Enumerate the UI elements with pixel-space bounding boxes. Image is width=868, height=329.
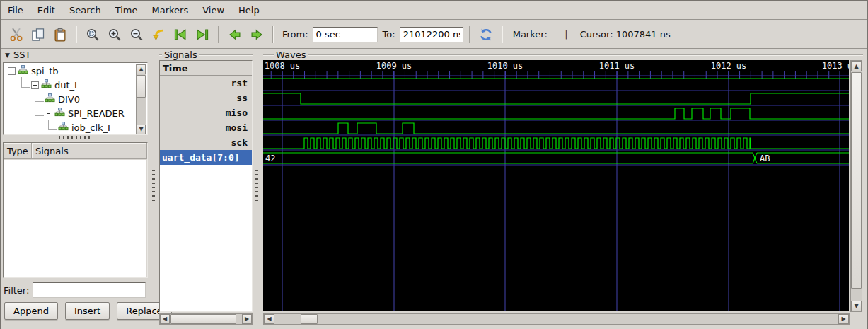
- signal-search-results[interactable]: [4, 160, 146, 277]
- tree-item-div0[interactable]: DIV0: [4, 92, 135, 106]
- column-header-signals[interactable]: Signals: [32, 143, 147, 159]
- scroll-down-button[interactable]: ▼: [137, 125, 146, 134]
- tree-scrollbar[interactable]: ▲ ▼: [136, 64, 146, 135]
- tree-connector: [21, 77, 30, 88]
- timeline-label: 1011 us: [599, 61, 635, 71]
- menu-bar: FileEditSearchTimeMarkersViewHelp: [1, 1, 867, 20]
- zoom-out-icon: [129, 28, 144, 42]
- tree-table-splitter[interactable]: [1, 136, 149, 139]
- menu-item-markers[interactable]: Markers: [144, 2, 195, 18]
- toolbar-separator: [272, 26, 274, 43]
- paste-button[interactable]: [50, 25, 70, 45]
- bottom-strip: [1, 325, 867, 329]
- scrollbar-thumb[interactable]: [301, 314, 318, 324]
- scroll-up-button[interactable]: ▲: [851, 61, 862, 71]
- copy-icon: [31, 28, 45, 42]
- tree-item-dut_i[interactable]: dut_I: [4, 78, 135, 92]
- signal-row-uart-data-7-0-[interactable]: uart_data[7:0]: [160, 150, 252, 165]
- to-label: To:: [383, 29, 395, 40]
- toolbar-separator: [76, 26, 77, 43]
- signal-row-sck[interactable]: sck: [160, 135, 252, 150]
- waves-panel-title: Waves: [274, 50, 308, 60]
- discard-left-button[interactable]: [225, 25, 245, 45]
- zoom-out-button[interactable]: [127, 25, 146, 45]
- menu-item-search[interactable]: Search: [62, 2, 108, 18]
- waves-hscrollbar[interactable]: ◀ ▶: [263, 313, 850, 325]
- to-input[interactable]: [400, 27, 463, 42]
- pane-splitter-left[interactable]: [149, 49, 158, 323]
- menu-item-help[interactable]: Help: [231, 2, 267, 18]
- collapse-expander-icon[interactable]: [45, 110, 52, 117]
- tree-item-iob_clk_i[interactable]: iob_clk_I: [4, 120, 135, 134]
- scroll-right-button[interactable]: ▶: [242, 314, 252, 324]
- sst-expander-header[interactable]: ▼ SST: [5, 50, 30, 60]
- scroll-right-button[interactable]: ▶: [838, 314, 849, 324]
- signal-row-ss[interactable]: ss: [160, 91, 252, 105]
- fetch-left-icon: [173, 28, 187, 42]
- filter-input[interactable]: [33, 282, 146, 298]
- tree-connector: [48, 120, 57, 130]
- cursor-status: Cursor: 1007841 ns: [580, 29, 671, 40]
- zoom-fit-button[interactable]: [83, 25, 103, 45]
- zoom-in-button[interactable]: [105, 25, 125, 45]
- cut-button[interactable]: [6, 25, 26, 45]
- discard-right-button[interactable]: [247, 25, 267, 45]
- tree-connector: [35, 105, 44, 116]
- toolbar-separator: [502, 26, 503, 43]
- scroll-left-button[interactable]: ◀: [160, 314, 170, 324]
- waves-canvas[interactable]: 1008 us1009 us1010 us1011 us1012 us1013 …: [263, 60, 849, 313]
- waves-vscrollbar[interactable]: ▲ ▼: [850, 60, 862, 312]
- waves-plot[interactable]: 1008 us1009 us1010 us1011 us1012 us1013 …: [263, 60, 849, 311]
- insert-button[interactable]: Insert: [65, 302, 110, 320]
- pane-splitter-right[interactable]: [253, 49, 261, 323]
- copy-button[interactable]: [28, 25, 48, 45]
- signals-time-header[interactable]: Time: [160, 61, 252, 76]
- collapse-expander-icon[interactable]: [8, 67, 16, 75]
- shift-undo-button[interactable]: [149, 25, 168, 45]
- main-area: ▼ SST spi_tbdut_IDIV0SPI_READERiob_clk_I…: [1, 49, 867, 325]
- scrollbar-thumb[interactable]: [170, 314, 236, 324]
- column-header-type[interactable]: Type: [4, 143, 32, 159]
- sst-title: SST: [13, 50, 30, 60]
- cut-icon: [9, 28, 23, 42]
- signal-row-rst[interactable]: rst: [160, 76, 252, 91]
- toolbar-separator: [218, 26, 219, 43]
- scroll-down-button[interactable]: ▼: [851, 301, 862, 311]
- menu-item-file[interactable]: File: [1, 2, 30, 18]
- marker-status: Marker: --: [513, 29, 557, 40]
- from-input[interactable]: [313, 27, 378, 42]
- collapse-expander-icon[interactable]: [31, 81, 39, 89]
- tree-item-spi_reader[interactable]: SPI_READER: [4, 106, 135, 120]
- tree-item-label: spi_tb: [31, 66, 59, 76]
- reload-button[interactable]: [476, 25, 496, 45]
- timeline-label: 1010 us: [487, 61, 523, 71]
- bus-value-label: AB: [760, 154, 770, 163]
- gtkwave-window: FileEditSearchTimeMarkersViewHelp From: …: [0, 0, 868, 329]
- signals-hscrollbar[interactable]: ◀ ▶: [159, 313, 253, 325]
- tree-connector: [35, 91, 44, 102]
- hierarchy-node-icon: [41, 79, 52, 88]
- fetch-right-button[interactable]: [192, 25, 212, 45]
- signal-row-mosi[interactable]: mosi: [160, 120, 252, 135]
- menu-item-edit[interactable]: Edit: [30, 2, 62, 18]
- append-button[interactable]: Append: [4, 302, 58, 320]
- scrollbar-thumb[interactable]: [851, 72, 862, 289]
- signal-row-miso[interactable]: miso: [160, 105, 252, 120]
- menu-item-view[interactable]: View: [195, 2, 231, 18]
- signals-panel-title: Signals: [162, 50, 199, 60]
- toolbar: From: To: Marker: -- | Cursor: 1007841 n…: [1, 21, 867, 49]
- timeline-label: 1009 us: [376, 61, 412, 71]
- sst-tree: spi_tbdut_IDIV0SPI_READERiob_clk_I ▲ ▼: [3, 62, 148, 135]
- hierarchy-node-icon: [58, 122, 69, 131]
- fetch-left-button[interactable]: [170, 25, 190, 45]
- fetch-right-icon: [195, 28, 209, 42]
- hierarchy-node-icon: [45, 93, 55, 103]
- scrollbar-thumb[interactable]: [137, 75, 146, 98]
- scroll-left-button[interactable]: ◀: [264, 314, 274, 324]
- zoom-fit-icon: [86, 28, 100, 42]
- timeline-label: 1008 us: [265, 61, 301, 71]
- scroll-up-button[interactable]: ▲: [137, 64, 146, 74]
- tree-item-spi_tb[interactable]: spi_tb: [4, 64, 135, 78]
- hierarchy-node-icon: [18, 65, 28, 74]
- menu-item-time[interactable]: Time: [108, 2, 145, 18]
